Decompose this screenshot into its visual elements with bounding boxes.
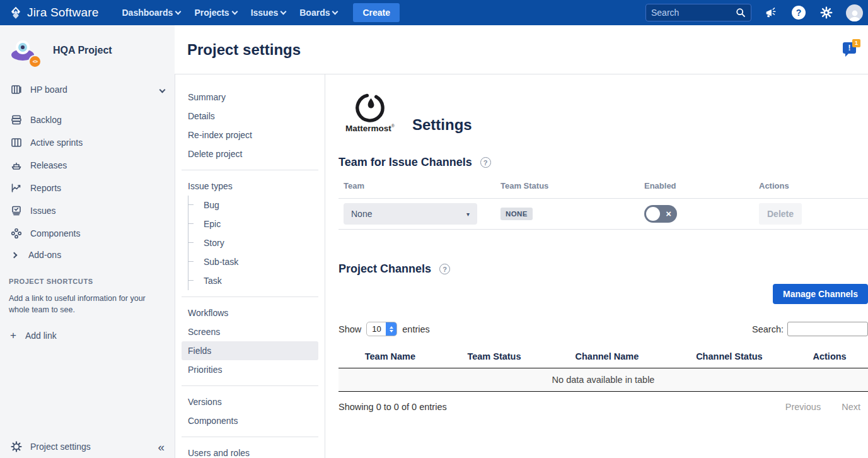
sidebar-item-add-ons[interactable]: Add-ons — [0, 245, 175, 265]
mattermost-logo: Mattermost® — [339, 93, 402, 133]
user-avatar[interactable] — [846, 4, 863, 21]
divider — [182, 170, 318, 170]
settings-nav-versions[interactable]: Versions — [182, 392, 318, 411]
sidebar-item-backlog[interactable]: Backlog — [0, 109, 175, 131]
settings-nav-reindex[interactable]: Re-index project — [182, 126, 318, 144]
software-project-badge-icon: <> — [28, 55, 42, 68]
show-label: Show — [339, 324, 361, 334]
board-icon — [10, 83, 23, 96]
toggle-off-icon: × — [666, 209, 671, 218]
team-name-col-header[interactable]: Team Name — [339, 348, 442, 368]
page-title: Project settings — [187, 41, 301, 59]
help-icon[interactable]: ? — [439, 264, 450, 274]
settings-nav-screens[interactable]: Screens — [182, 322, 318, 341]
components-icon — [10, 227, 23, 240]
previous-page-button[interactable]: Previous — [785, 402, 821, 412]
team-table: Team Team Status Enabled Actions None — [339, 177, 868, 230]
plus-icon: + — [10, 329, 16, 342]
sidebar-item-releases[interactable]: Releases — [0, 154, 175, 177]
team-status-col-header: Team Status — [495, 177, 639, 199]
settings-nav-users-and-roles[interactable]: Users and roles — [182, 443, 318, 458]
entries-label: entries — [402, 324, 430, 334]
empty-table-message: No data available in table — [339, 368, 868, 392]
settings-nav-summary[interactable]: Summary — [182, 88, 318, 107]
feedback-widget-icon[interactable]: ! 1 — [843, 42, 859, 57]
sidebar-item-components[interactable]: Components — [0, 222, 175, 245]
add-link-button[interactable]: + Add link — [9, 327, 166, 344]
project-avatar: <> — [8, 35, 38, 66]
settings-nav-workflows[interactable]: Workflows — [182, 303, 318, 322]
table-info-text: Showing 0 to 0 of 0 entries — [339, 402, 447, 412]
team-issue-channels-section: Team for Issue Channels ? Team Team Stat… — [339, 156, 868, 230]
settings-nav-delete-project[interactable]: Delete project — [182, 144, 318, 163]
global-search — [645, 4, 751, 21]
select-stepper-icon — [386, 322, 396, 336]
jira-logo-icon — [9, 6, 23, 20]
project-settings-nav: Summary Details Re-index project Delete … — [175, 74, 325, 458]
help-icon[interactable]: ? — [480, 157, 491, 168]
settings-nav-issue-types[interactable]: Issue types — [182, 177, 318, 196]
settings-nav-details[interactable]: Details — [182, 107, 318, 126]
sidebar-item-reports[interactable]: Reports — [0, 177, 175, 199]
feedback-megaphone-icon[interactable] — [763, 4, 779, 21]
caret-down-icon: ▾ — [466, 211, 470, 218]
actions-col-header[interactable]: Actions — [791, 348, 868, 368]
manage-channels-button[interactable]: Manage Channels — [773, 284, 868, 304]
help-icon[interactable]: ? — [790, 4, 807, 21]
shortcuts-description: Add a link to useful information for you… — [9, 293, 166, 315]
nav-menu-issues[interactable]: Issues — [244, 4, 293, 21]
team-select-dropdown[interactable]: None ▾ — [344, 203, 477, 225]
settings-nav-fields[interactable]: Fields — [182, 341, 318, 360]
settings-nav-sub-task[interactable]: Sub-task — [197, 252, 318, 271]
feedback-count-badge: 1 — [852, 39, 860, 47]
mattermost-logo-icon — [356, 93, 385, 122]
divider — [182, 297, 318, 297]
sidebar-item-board[interactable]: HP board — [0, 78, 175, 101]
page-size-select[interactable]: 10 — [366, 322, 397, 336]
table-search-input[interactable] — [787, 322, 868, 336]
channel-name-col-header[interactable]: Channel Name — [547, 348, 668, 368]
issue-types-subtree: Bug Epic Story Sub-task Task — [188, 196, 318, 290]
ship-icon — [10, 159, 23, 172]
sidebar-item-active-sprints[interactable]: Active sprints — [0, 131, 175, 154]
sidebar-footer-project-settings[interactable]: Project settings « — [0, 434, 175, 458]
settings-nav-bug[interactable]: Bug — [197, 196, 318, 214]
sidebar-item-issues[interactable]: Issues — [0, 199, 175, 222]
nav-menu-projects[interactable]: Projects — [187, 4, 243, 21]
issues-inbox-icon — [10, 204, 23, 217]
top-navbar: Jira Software Dashboards Projects Issues… — [0, 0, 868, 25]
plugin-header: Mattermost® Settings — [339, 93, 868, 133]
settings-nav-priorities[interactable]: Priorities — [182, 360, 318, 379]
channel-status-col-header[interactable]: Channel Status — [668, 348, 792, 368]
table-search-label: Search: — [752, 324, 784, 334]
jira-brand[interactable]: Jira Software — [9, 6, 98, 20]
plugin-settings-panel: Mattermost® Settings Team for Issue Chan… — [325, 74, 868, 458]
settings-gear-icon[interactable] — [818, 4, 835, 21]
settings-nav-components[interactable]: Components — [182, 411, 318, 430]
sprints-board-icon — [10, 136, 23, 149]
delete-button[interactable]: Delete — [759, 203, 802, 225]
brand-name: Jira Software — [27, 6, 98, 20]
settings-nav-epic[interactable]: Epic — [197, 214, 318, 233]
search-icon[interactable] — [736, 8, 746, 18]
chevron-down-icon — [231, 9, 238, 15]
nav-menu-dashboards[interactable]: Dashboards — [115, 4, 187, 21]
next-page-button[interactable]: Next — [842, 402, 860, 412]
empty-row: No data available in table — [339, 368, 868, 392]
project-shortcuts-section: PROJECT SHORTCUTS Add a link to useful i… — [0, 265, 175, 344]
global-search-input[interactable] — [651, 8, 736, 18]
chevron-down-icon — [281, 9, 287, 15]
team-status-badge: NONE — [501, 208, 533, 220]
settings-nav-task[interactable]: Task — [197, 271, 318, 290]
gear-icon — [10, 440, 23, 453]
project-header: <> HQA Project — [0, 25, 175, 78]
settings-nav-story[interactable]: Story — [197, 233, 318, 252]
team-status-col-header[interactable]: Team Status — [442, 348, 547, 368]
project-name: HQA Project — [53, 45, 112, 56]
project-sidebar: <> HQA Project HP board Backlog Active s… — [0, 25, 175, 458]
divider — [182, 385, 318, 386]
enabled-toggle[interactable]: × — [644, 205, 677, 223]
nav-menu-boards[interactable]: Boards — [292, 4, 344, 21]
collapse-sidebar-icon[interactable]: « — [158, 441, 165, 453]
create-button[interactable]: Create — [353, 3, 400, 22]
